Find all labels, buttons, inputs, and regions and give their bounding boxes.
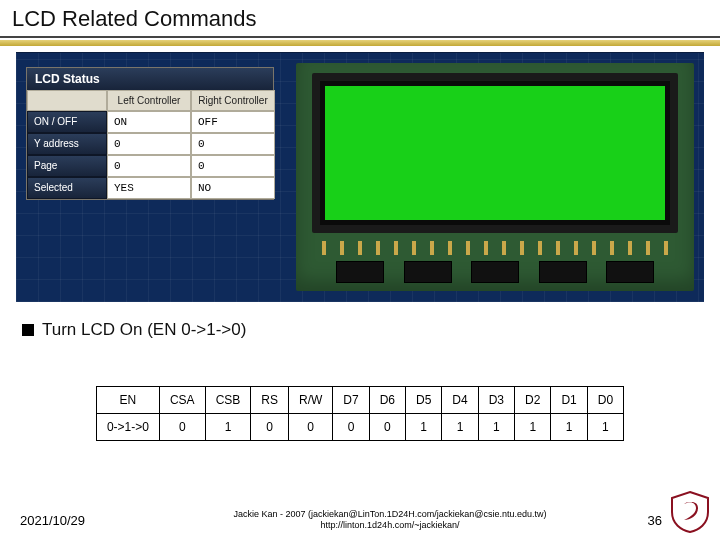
td-d5: 1 [406, 414, 442, 441]
lcd-status-panel: LCD Status Left Controller Right Control… [26, 67, 274, 200]
chip-row [336, 261, 654, 283]
td-en: 0->1->0 [96, 414, 159, 441]
th-d6: D6 [369, 387, 405, 414]
td-d0: 1 [587, 414, 623, 441]
col-header-right: Right Controller [191, 90, 275, 111]
blueprint-area: LCD Status Left Controller Right Control… [16, 52, 704, 302]
cell-page-left: 0 [107, 155, 191, 177]
crest-logo-icon [668, 490, 712, 534]
credit-line2: http://linton.1d24h.com/~jackiekan/ [140, 520, 640, 531]
td-d2: 1 [515, 414, 551, 441]
lcd-bezel [312, 73, 678, 233]
cell-selected-right: NO [191, 177, 275, 199]
command-table: EN CSA CSB RS R/W D7 D6 D5 D4 D3 D2 D1 D… [96, 386, 624, 441]
footer: 2021/10/29 Jackie Kan - 2007 (jackiekan@… [0, 500, 720, 540]
footer-credit: Jackie Kan - 2007 (jackiekan@LinTon.1D24… [140, 509, 640, 531]
td-d1: 1 [551, 414, 587, 441]
table-header-row: EN CSA CSB RS R/W D7 D6 D5 D4 D3 D2 D1 D… [96, 387, 623, 414]
status-grid: Left Controller Right Controller ON / OF… [27, 90, 273, 199]
footer-date: 2021/10/29 [0, 513, 140, 528]
td-d4: 1 [442, 414, 478, 441]
th-csa: CSA [159, 387, 205, 414]
row-label-selected: Selected [27, 177, 107, 199]
square-bullet-icon [22, 324, 34, 336]
bullet-line: Turn LCD On (EN 0->1->0) [22, 320, 698, 340]
td-rs: 0 [251, 414, 289, 441]
row-label-page: Page [27, 155, 107, 177]
th-d1: D1 [551, 387, 587, 414]
table-row: 0->1->0 0 1 0 0 0 0 1 1 1 1 1 1 [96, 414, 623, 441]
th-csb: CSB [205, 387, 251, 414]
page-title: LCD Related Commands [0, 0, 720, 36]
th-d7: D7 [333, 387, 369, 414]
title-rule-gold [0, 40, 720, 46]
chip-icon [404, 261, 452, 283]
chip-icon [606, 261, 654, 283]
th-d2: D2 [515, 387, 551, 414]
chip-icon [336, 261, 384, 283]
th-d5: D5 [406, 387, 442, 414]
td-rw: 0 [289, 414, 333, 441]
cell-selected-left: YES [107, 177, 191, 199]
chip-icon [471, 261, 519, 283]
panel-title: LCD Status [27, 68, 273, 90]
td-d7: 0 [333, 414, 369, 441]
chip-icon [539, 261, 587, 283]
th-d4: D4 [442, 387, 478, 414]
title-rule [0, 36, 720, 38]
th-en: EN [96, 387, 159, 414]
col-header-blank [27, 90, 107, 111]
th-d0: D0 [587, 387, 623, 414]
lcd-module [296, 63, 694, 291]
td-csa: 0 [159, 414, 205, 441]
cell-onoff-right: OFF [191, 111, 275, 133]
cell-yaddr-left: 0 [107, 133, 191, 155]
col-header-left: Left Controller [107, 90, 191, 111]
lcd-pins [322, 241, 668, 255]
cell-onoff-left: ON [107, 111, 191, 133]
cell-yaddr-right: 0 [191, 133, 275, 155]
th-rs: RS [251, 387, 289, 414]
row-label-yaddr: Y address [27, 133, 107, 155]
credit-line1: Jackie Kan - 2007 (jackiekan@LinTon.1D24… [140, 509, 640, 520]
cell-page-right: 0 [191, 155, 275, 177]
td-d6: 0 [369, 414, 405, 441]
row-label-onoff: ON / OFF [27, 111, 107, 133]
lcd-screen [320, 81, 670, 225]
bullet-text: Turn LCD On (EN 0->1->0) [42, 320, 246, 340]
td-csb: 1 [205, 414, 251, 441]
th-rw: R/W [289, 387, 333, 414]
td-d3: 1 [478, 414, 514, 441]
th-d3: D3 [478, 387, 514, 414]
